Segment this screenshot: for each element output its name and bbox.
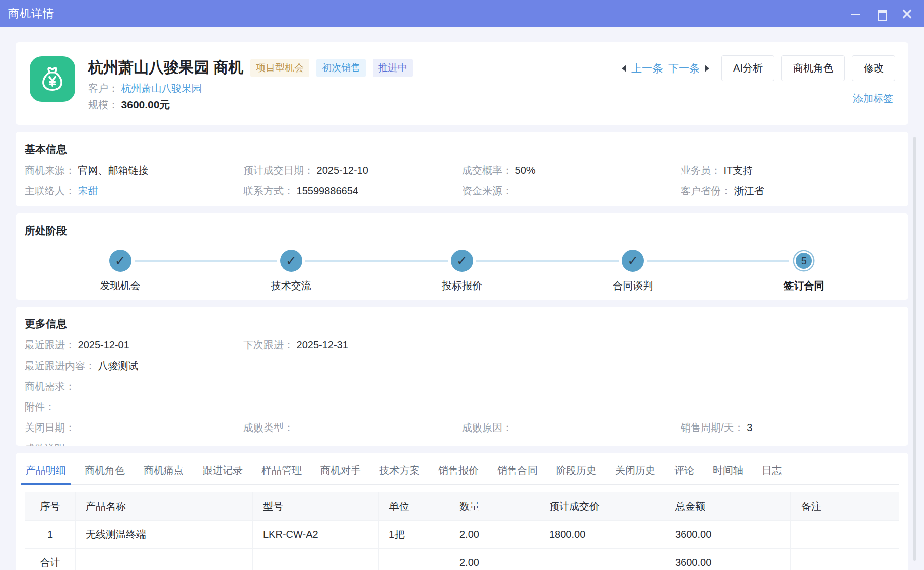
cell-remark bbox=[791, 521, 899, 549]
scale-value: 3600.00元 bbox=[121, 99, 170, 110]
stage-title: 所处阶段 bbox=[25, 224, 899, 238]
field-opportunity-demand: 商机需求： bbox=[25, 381, 899, 392]
field-value: 50% bbox=[515, 165, 536, 176]
ai-analysis-button[interactable]: AI分析 bbox=[721, 55, 774, 81]
stage-bid-quote[interactable]: 投标报价 bbox=[376, 250, 547, 293]
field-value: 15599886654 bbox=[297, 185, 358, 196]
header-actions: 上一条 下一条 AI分析 商机角色 修改 bbox=[622, 55, 895, 81]
field-label: 成败类型： bbox=[243, 422, 294, 433]
scale-label: 规模： bbox=[88, 99, 118, 110]
scale-line: 规模： 3600.00元 bbox=[88, 98, 413, 111]
cell-model: LKR-CW-A2 bbox=[253, 521, 379, 549]
check-icon bbox=[451, 250, 473, 272]
field-customer-province: 客户省份： 浙江省 bbox=[681, 185, 899, 196]
cell-expected-price: 1800.00 bbox=[539, 521, 665, 549]
prev-record-link[interactable]: 上一条 bbox=[631, 61, 663, 76]
field-value: 八骏测试 bbox=[98, 360, 139, 371]
window-title: 商机详情 bbox=[8, 6, 54, 21]
more-info-row-1: 最近跟进： 2025-12-01 下次跟进： 2025-12-31 bbox=[25, 339, 899, 350]
cell-total-label: 合计 bbox=[25, 549, 76, 570]
tag-project-type: 项目型机会 bbox=[250, 59, 309, 77]
tab-logs[interactable]: 日志 bbox=[761, 459, 783, 484]
field-value: 浙江省 bbox=[734, 185, 764, 196]
customer-link[interactable]: 杭州萧山八骏果园 bbox=[121, 83, 202, 94]
more-info-card: 更多信息 最近跟进： 2025-12-01 下次跟进： 2025-12-31 最… bbox=[16, 307, 908, 446]
more-info-row-2: 关闭日期： 成败类型： 成败原因： 销售周期/天： 3 bbox=[25, 422, 899, 433]
product-table: 序号 产品名称 型号 单位 数量 预计成交价 总金额 备注 1 无线测温终端 L… bbox=[25, 492, 899, 570]
col-header-product-name: 产品名称 bbox=[76, 492, 253, 521]
col-header-unit: 单位 bbox=[379, 492, 449, 521]
field-value: IT支持 bbox=[724, 165, 753, 176]
tab-opportunity-role[interactable]: 商机角色 bbox=[84, 459, 126, 484]
stage-tech-exchange[interactable]: 技术交流 bbox=[206, 250, 376, 293]
stage-discover[interactable]: 发现机会 bbox=[35, 250, 206, 293]
field-label: 预计成交日期： bbox=[243, 165, 314, 176]
field-close-probability: 成交概率： 50% bbox=[462, 165, 681, 176]
next-record-link[interactable]: 下一条 bbox=[668, 61, 700, 76]
minimize-icon[interactable] bbox=[851, 9, 861, 19]
cell-total-remark bbox=[791, 549, 899, 570]
table-header-row: 序号 产品名称 型号 单位 数量 预计成交价 总金额 备注 bbox=[25, 492, 899, 521]
tab-comments[interactable]: 评论 bbox=[673, 459, 695, 484]
tab-stage-history[interactable]: 阶段历史 bbox=[555, 459, 598, 484]
field-attachment: 附件： bbox=[25, 401, 899, 412]
vertical-scrollbar[interactable] bbox=[913, 137, 916, 561]
stage-sign-contract[interactable]: 5 签订合同 bbox=[718, 250, 889, 293]
field-label: 销售周期/天： bbox=[681, 422, 744, 433]
add-tag-link[interactable]: 添加标签 bbox=[853, 92, 893, 105]
basic-info-row-1: 商机来源： 官网、邮箱链接 预计成交日期： 2025-12-10 成交概率： 5… bbox=[25, 165, 899, 176]
field-label: 业务员： bbox=[681, 165, 721, 176]
prev-arrow-icon[interactable] bbox=[622, 65, 626, 72]
cell-total-amount: 3600.00 bbox=[665, 549, 791, 570]
field-value: 官网、邮箱链接 bbox=[78, 165, 149, 176]
cell-total-model bbox=[253, 549, 379, 570]
maximize-icon[interactable] bbox=[877, 9, 886, 19]
customer-label: 客户： bbox=[88, 83, 118, 94]
next-arrow-icon[interactable] bbox=[705, 65, 709, 72]
opportunity-header-card: 杭州萧山八骏果园 商机 项目型机会 初次销售 推进中 客户： 杭州萧山八骏果园 … bbox=[16, 42, 908, 125]
field-label: 成败原因： bbox=[462, 422, 512, 433]
col-header-remark: 备注 bbox=[791, 492, 899, 521]
tab-close-history[interactable]: 关闭历史 bbox=[614, 459, 656, 484]
stage-card: 所处阶段 发现机会 技术交流 投标报价 合同谈判 5 签订合同 bbox=[16, 213, 908, 300]
tab-sample-management[interactable]: 样品管理 bbox=[260, 459, 303, 484]
tab-technical-plan[interactable]: 技术方案 bbox=[378, 459, 421, 484]
tab-sales-quote[interactable]: 销售报价 bbox=[437, 459, 480, 484]
contact-link[interactable]: 宋甜 bbox=[78, 185, 98, 196]
cell-total-unit bbox=[379, 549, 449, 570]
field-result-reason: 成败原因： bbox=[462, 422, 681, 433]
field-contact-phone: 联系方式： 15599886654 bbox=[243, 185, 462, 196]
cell-total-expected-price bbox=[539, 549, 665, 570]
detail-tabs: 产品明细 商机角色 商机痛点 跟进记录 样品管理 商机对手 技术方案 销售报价 … bbox=[25, 457, 899, 485]
tab-competitors[interactable]: 商机对手 bbox=[319, 459, 362, 484]
opportunity-role-button[interactable]: 商机角色 bbox=[781, 55, 845, 81]
check-icon bbox=[109, 250, 131, 272]
field-sales-cycle: 销售周期/天： 3 bbox=[681, 422, 899, 433]
tab-product-detail[interactable]: 产品明细 bbox=[25, 459, 67, 484]
stage-label: 发现机会 bbox=[100, 279, 141, 293]
field-opportunity-source: 商机来源： 官网、邮箱链接 bbox=[25, 165, 243, 176]
cell-quantity: 2.00 bbox=[449, 521, 539, 549]
stage-contract-negotiation[interactable]: 合同谈判 bbox=[548, 250, 718, 293]
col-header-expected-price: 预计成交价 bbox=[539, 492, 665, 521]
tab-follow-records[interactable]: 跟进记录 bbox=[202, 459, 244, 484]
window-controls bbox=[851, 9, 912, 19]
edit-button[interactable]: 修改 bbox=[852, 55, 895, 81]
field-label: 资金来源： bbox=[462, 185, 512, 196]
tab-sales-contract[interactable]: 销售合同 bbox=[496, 459, 539, 484]
tag-first-sale: 初次销售 bbox=[316, 59, 366, 77]
field-result-type: 成败类型： bbox=[243, 422, 462, 433]
field-salesperson: 业务员： IT支持 bbox=[681, 165, 899, 176]
customer-line: 客户： 杭州萧山八骏果园 bbox=[88, 82, 413, 95]
window-titlebar: 商机详情 bbox=[0, 0, 924, 27]
field-label: 客户省份： bbox=[681, 185, 731, 196]
stage-label: 合同谈判 bbox=[613, 279, 653, 293]
tab-pain-points[interactable]: 商机痛点 bbox=[143, 459, 185, 484]
field-recent-follow: 最近跟进： 2025-12-01 bbox=[25, 339, 243, 350]
stage-label: 投标报价 bbox=[442, 279, 482, 293]
money-bag-icon bbox=[30, 56, 75, 102]
tab-timeline[interactable]: 时间轴 bbox=[712, 459, 744, 484]
cell-total-product-name bbox=[76, 549, 253, 570]
field-result-note: 成败说明： bbox=[25, 443, 899, 446]
close-icon[interactable] bbox=[902, 9, 912, 19]
